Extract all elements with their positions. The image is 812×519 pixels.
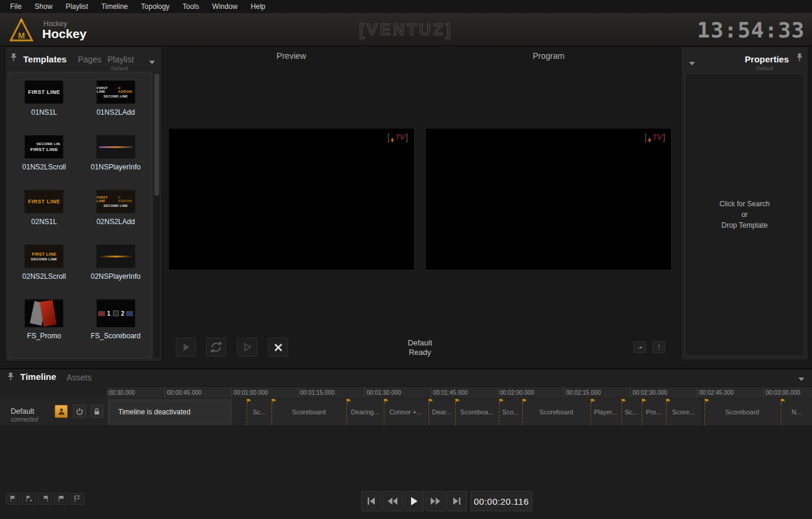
timeline-clip[interactable]: Pro... xyxy=(642,399,665,425)
menu-playlist[interactable]: Playlist xyxy=(59,1,94,12)
clip-label: N... xyxy=(791,408,801,416)
template-item[interactable]: 01NSPlayerInfo xyxy=(91,136,141,190)
lock-button[interactable] xyxy=(90,405,103,418)
operator-button[interactable] xyxy=(55,405,68,418)
timeline-clip[interactable]: Dear... xyxy=(428,399,454,425)
timeline-clip[interactable]: Scoreboard xyxy=(704,399,779,425)
timeline-deactivated-banner[interactable]: Timeline is deactivated xyxy=(108,400,232,424)
clip-label: Sc... xyxy=(624,408,637,416)
cue-marker-icon xyxy=(10,495,17,502)
timeline-clip[interactable]: Connor +... xyxy=(384,399,427,425)
timeline-track: Default connected Timeline is deactivate… xyxy=(0,398,812,426)
menubar: File Show Playlist Timeline Topology Too… xyxy=(0,0,812,13)
timecode-display: 00:00:20.116 xyxy=(470,491,532,511)
channel-status-state: Ready xyxy=(168,348,672,357)
play-button[interactable] xyxy=(404,491,424,511)
templates-grid: FIRST LINE 01NS1L FIRST LINE // ADDON SE… xyxy=(8,72,152,358)
cue-button-5[interactable] xyxy=(70,493,84,505)
template-thumbnail: FIRST LINE SECOND LINE xyxy=(25,245,63,268)
clip-flag-icon xyxy=(621,399,627,405)
timeline-clip[interactable]: Score... xyxy=(666,399,700,425)
watermark-tv-text: TV xyxy=(652,133,662,141)
template-item[interactable]: FIRST LINE SECOND LINE 02NS2LScroll xyxy=(23,245,66,300)
template-item[interactable]: FIRST LINE 01NS1L xyxy=(25,81,63,136)
pin-icon[interactable] xyxy=(10,53,17,65)
tab-timeline[interactable]: Timeline xyxy=(20,372,56,382)
thumb-text: SECOND LINE xyxy=(103,204,128,207)
clip-flag-icon xyxy=(384,399,389,405)
cue-marker-next-icon xyxy=(58,495,65,502)
skip-start-button[interactable] xyxy=(361,491,381,511)
menu-show[interactable]: Show xyxy=(28,1,59,12)
lowerthird-bar xyxy=(99,146,132,148)
menu-topology[interactable]: Topology xyxy=(134,1,176,12)
power-icon xyxy=(75,407,84,416)
cue-marker-add-icon xyxy=(26,495,33,502)
template-item[interactable]: FS_Promo xyxy=(25,300,63,354)
templates-panel: Templates Pages Playlist Default FIRST L… xyxy=(5,46,162,361)
dock-button[interactable]: -▪ xyxy=(633,341,646,353)
timeline-clip[interactable]: Scoreboard xyxy=(271,399,346,425)
skip-end-button[interactable] xyxy=(447,491,467,511)
clip-label: Scoreboa... xyxy=(460,408,494,416)
template-item[interactable]: FIRST LINE 02NS1L xyxy=(25,190,63,245)
tab-assets[interactable]: Assets xyxy=(67,373,91,382)
timeline-clip[interactable]: Sc... xyxy=(247,399,271,425)
cue-button-3[interactable] xyxy=(38,493,52,505)
timeline-clip[interactable]: Player... xyxy=(590,399,620,425)
thumb-text: SECOND LIN xyxy=(36,142,60,146)
menu-help[interactable]: Help xyxy=(244,1,272,12)
template-thumbnail xyxy=(97,245,135,268)
tab-templates[interactable]: Templates xyxy=(23,54,67,64)
template-item[interactable]: 02NSPlayerInfo xyxy=(91,245,141,300)
templates-scrollbar[interactable] xyxy=(153,72,160,358)
pin-icon[interactable] xyxy=(796,53,803,65)
menu-tools[interactable]: Tools xyxy=(176,1,206,12)
cue-button-2[interactable] xyxy=(22,493,36,505)
cue-button-4[interactable] xyxy=(54,493,68,505)
ruler-tick: 00:01:00.000 xyxy=(231,387,268,398)
ruler-tick: 00:01:45.000 xyxy=(431,387,467,398)
chevron-down-icon[interactable] xyxy=(149,56,156,67)
clip-flag-icon xyxy=(455,399,460,405)
thumb-text: FIRST LINE xyxy=(32,252,56,256)
skip-end-icon xyxy=(452,497,462,505)
template-item[interactable]: FIRST LINE // ADDON SECOND LINE 02NS2LAd… xyxy=(96,190,135,245)
lock-icon xyxy=(93,407,101,416)
tab-playlist[interactable]: Playlist xyxy=(108,55,134,64)
properties-drop-area[interactable]: Click for Search or Drop Template xyxy=(685,73,804,356)
rewind-button[interactable] xyxy=(383,491,403,511)
thumb-text: SECOND LINE xyxy=(31,257,57,261)
timeline-ruler[interactable]: 00:00:30.000 00:00:45.000 00:01:00.000 0… xyxy=(107,386,812,398)
template-item[interactable]: FIRST LINE // ADDON SECOND LINE 01NS2LAd… xyxy=(96,81,135,136)
dock-collapse-icon: -▪ xyxy=(637,344,642,351)
fast-forward-button[interactable] xyxy=(425,491,446,511)
tab-playlist-sub: Default xyxy=(111,65,128,71)
menu-timeline[interactable]: Timeline xyxy=(94,1,134,12)
timeline-clip[interactable]: Dearing... xyxy=(346,399,383,425)
clip-label: Pro... xyxy=(646,408,661,416)
chevron-down-icon[interactable] xyxy=(688,58,696,68)
template-thumbnail: FIRST LINE xyxy=(25,81,63,103)
template-label: 01NS1L xyxy=(31,108,57,117)
power-button[interactable] xyxy=(73,405,86,418)
rewind-icon xyxy=(387,497,398,505)
pin-icon[interactable] xyxy=(7,372,14,384)
timeline-clip[interactable]: Sc... xyxy=(621,399,640,425)
thumb-text: // ADDON xyxy=(118,196,135,203)
tab-pages[interactable]: Pages xyxy=(78,55,102,64)
template-item[interactable]: 1 2 FS_Scoreboard xyxy=(91,300,141,354)
timeline-clip[interactable]: Scoreboard xyxy=(522,399,590,425)
timeline-clip[interactable]: Sco... xyxy=(499,399,522,425)
menu-file[interactable]: File xyxy=(4,1,28,12)
template-label: 02NS1L xyxy=(31,218,57,226)
template-item[interactable]: SECOND LIN FIRST LINE 01NS2LScroll xyxy=(23,136,66,190)
timeline-clip[interactable]: Scoreboa... xyxy=(455,399,498,425)
chevron-down-icon[interactable] xyxy=(798,373,805,384)
cue-button-1[interactable] xyxy=(6,493,20,505)
timeline-clip[interactable]: N... xyxy=(781,399,812,425)
scrollbar-thumb[interactable] xyxy=(154,74,159,196)
notifications-button[interactable]: ! xyxy=(652,341,665,353)
menu-window[interactable]: Window xyxy=(206,1,244,12)
clip-flag-icon xyxy=(271,399,277,405)
